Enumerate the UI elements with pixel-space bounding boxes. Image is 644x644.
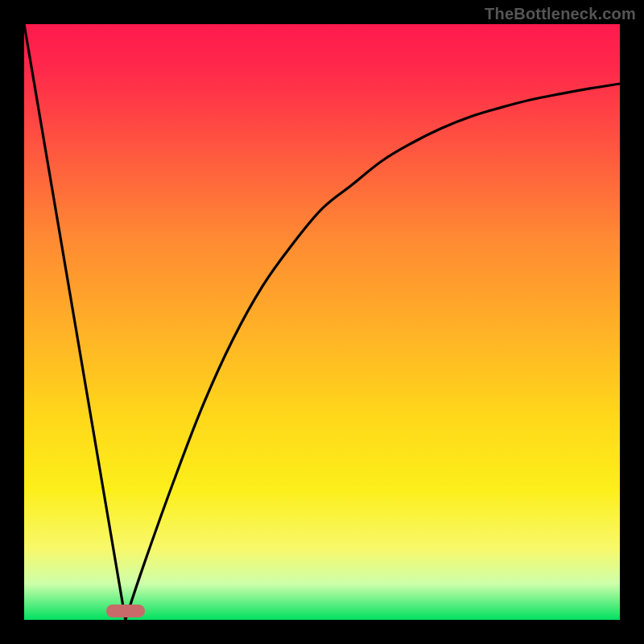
bottleneck-marker [106,605,145,617]
chart-svg [24,24,620,620]
series-left-line [24,24,126,620]
plot-area [24,24,620,620]
watermark-text: TheBottleneck.com [485,5,636,23]
series-right-curve [126,84,620,620]
chart-frame: TheBottleneck.com [0,0,644,644]
